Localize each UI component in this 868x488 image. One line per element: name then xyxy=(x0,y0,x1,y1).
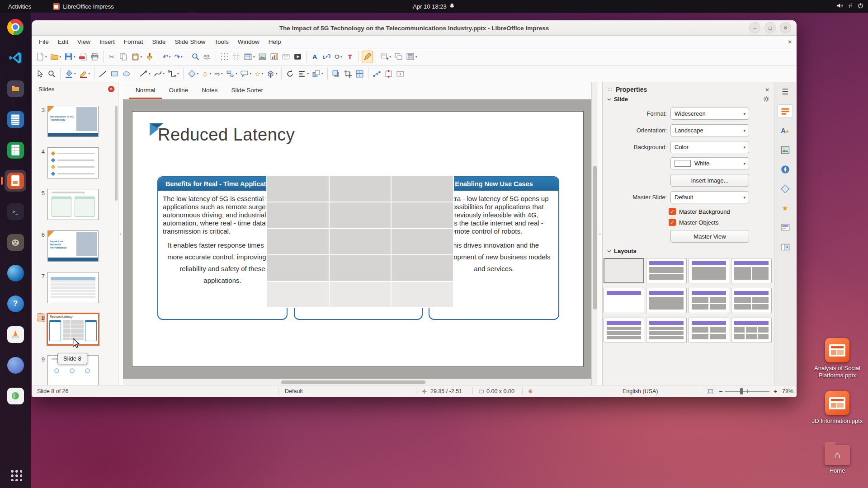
table-cell[interactable] xyxy=(330,255,391,281)
panel-splitter-left[interactable]: ‹ xyxy=(118,82,123,385)
export-pdf-icon[interactable] xyxy=(77,51,89,63)
slide-thumbnail-7[interactable]: 7 xyxy=(34,272,114,303)
slide-table[interactable] xyxy=(266,175,454,308)
dock-chrome-icon[interactable] xyxy=(5,16,26,38)
close-document-icon[interactable]: ✕ xyxy=(788,39,792,45)
vertical-scrollbar[interactable] xyxy=(591,82,598,385)
layout-six-content[interactable] xyxy=(731,318,772,343)
line-icon[interactable] xyxy=(97,67,108,80)
tab-normal[interactable]: Normal xyxy=(129,82,162,99)
table-cell[interactable] xyxy=(267,282,329,307)
helplines-icon[interactable] xyxy=(231,51,242,63)
dock-terminal-icon[interactable]: >_ xyxy=(5,201,26,222)
horizontal-scrollbar-thumb[interactable] xyxy=(281,380,425,384)
glue-points-icon[interactable] xyxy=(383,67,394,80)
select-icon[interactable] xyxy=(34,67,46,80)
layout-content-over-two-content[interactable] xyxy=(731,288,772,313)
display-grid-icon[interactable] xyxy=(219,51,230,63)
close-button[interactable]: ✕ xyxy=(780,22,791,33)
table-cell[interactable] xyxy=(267,202,329,228)
clone-formatting-icon[interactable] xyxy=(144,51,155,63)
spelling-icon[interactable]: AB xyxy=(202,51,213,63)
table-cell[interactable] xyxy=(392,202,453,228)
layout-title-two-content[interactable] xyxy=(731,258,772,283)
paste-icon[interactable]: ▾ xyxy=(130,51,144,63)
minimize-button[interactable]: – xyxy=(749,22,760,33)
menu-slide[interactable]: Slide xyxy=(148,37,170,47)
slide-thumbnail-5[interactable]: 5 xyxy=(34,189,114,220)
layout-four-content[interactable] xyxy=(689,318,729,343)
table-cell[interactable] xyxy=(330,176,391,202)
zoom-slider-thumb[interactable] xyxy=(740,388,743,394)
sidebar-tab-menu[interactable]: ☰ xyxy=(778,85,793,99)
table-cell[interactable] xyxy=(267,229,329,254)
dock-files-icon[interactable] xyxy=(5,78,26,99)
menu-help[interactable]: Help xyxy=(264,37,286,47)
new-icon[interactable]: ▾ xyxy=(34,51,48,63)
vertical-scrollbar-thumb[interactable] xyxy=(593,166,597,310)
sidebar-tab-animation[interactable]: ★ xyxy=(778,202,793,215)
dock-vlc-icon[interactable] xyxy=(5,324,26,345)
sidebar-tab-styles[interactable]: A★ xyxy=(778,124,793,137)
menu-view[interactable]: View xyxy=(73,37,95,47)
media-icon[interactable] xyxy=(292,51,303,63)
topbar-app-indicator[interactable]: LibreOffice Impress xyxy=(53,3,113,10)
zoom-icon[interactable] xyxy=(46,67,57,80)
redo-icon[interactable]: ↷▾ xyxy=(173,51,184,63)
block-arrows-icon[interactable]: ⇨▾ xyxy=(213,67,224,80)
crop-icon[interactable] xyxy=(342,67,354,80)
duplicate-slide-icon[interactable] xyxy=(393,51,404,63)
symbol-shapes-icon[interactable]: ☺▾ xyxy=(200,67,212,80)
hyperlink-icon[interactable] xyxy=(321,51,332,63)
layout-title-content[interactable] xyxy=(646,258,687,283)
insert-header-footer-icon[interactable]: T xyxy=(344,51,356,63)
fontwork-icon[interactable]: A xyxy=(309,51,321,63)
shadow-icon[interactable] xyxy=(330,67,342,80)
layouts-section-header[interactable]: Layouts xyxy=(607,248,637,254)
menu-format[interactable]: Format xyxy=(119,37,148,47)
system-status-area[interactable] xyxy=(836,3,863,10)
dock-writer-icon[interactable] xyxy=(5,108,26,130)
zoom-slider[interactable] xyxy=(725,391,769,392)
sidebar-tab-shapes[interactable] xyxy=(778,182,793,196)
copy-icon[interactable] xyxy=(118,51,129,63)
save-icon[interactable]: ▾ xyxy=(63,51,77,63)
table-cell[interactable] xyxy=(392,229,453,254)
layout-title-only[interactable] xyxy=(604,288,644,313)
document-modified-icon[interactable] xyxy=(528,389,533,394)
sidebar-tab-master-slides[interactable] xyxy=(778,221,793,235)
horizontal-scrollbar[interactable] xyxy=(123,379,591,385)
slide-thumbnail-4[interactable]: 4 xyxy=(34,147,114,178)
lines-arrows-icon[interactable]: ▾ xyxy=(138,67,152,80)
flowchart-icon[interactable]: ▾ xyxy=(225,67,239,80)
layout-two-content-over-content[interactable] xyxy=(689,288,729,313)
dock-app-green-icon[interactable] xyxy=(5,385,26,407)
menu-tools[interactable]: Tools xyxy=(210,37,233,47)
connectors-icon[interactable]: ▾ xyxy=(166,67,180,80)
tab-outline[interactable]: Outline xyxy=(163,82,195,99)
menu-window[interactable]: Window xyxy=(233,37,264,47)
textbox-icon[interactable] xyxy=(280,51,292,63)
menu-slide-show[interactable]: Slide Show xyxy=(170,37,210,47)
basic-shapes-icon[interactable]: ▾ xyxy=(186,67,200,80)
desktop-icon-jd-pptx[interactable]: JD Information.pptx xyxy=(809,391,865,425)
layout-centered-text[interactable] xyxy=(646,288,687,313)
orientation-dropdown[interactable]: Landscape xyxy=(670,124,749,136)
zoom-out-button[interactable]: − xyxy=(719,388,722,395)
line-color-icon[interactable]: ▾ xyxy=(78,67,92,80)
slide-settings-gear-icon[interactable] xyxy=(763,96,769,103)
dock-software-icon[interactable] xyxy=(5,354,26,376)
points-icon[interactable] xyxy=(371,67,382,80)
slide-canvas[interactable]: Reduced Latency Benefits for Real - Time… xyxy=(132,111,584,367)
menu-edit[interactable]: Edit xyxy=(53,37,73,47)
dock-impress-icon[interactable] xyxy=(5,170,26,192)
master-objects-checkbox[interactable]: ✓ xyxy=(669,219,676,226)
table-cell[interactable] xyxy=(330,202,391,228)
undo-icon[interactable]: ↶▾ xyxy=(161,51,172,63)
special-character-icon[interactable]: Ω▾ xyxy=(333,51,344,63)
dock-calc-icon[interactable] xyxy=(5,139,26,161)
slide-thumbnail-6[interactable]: 6Impact on Network Performance xyxy=(34,230,114,262)
desktop-icon-analysis-pptx[interactable]: Analysis of Social Platforms.pptx xyxy=(809,338,865,379)
sidebar-tab-slide-transition[interactable] xyxy=(778,240,793,254)
print-icon[interactable] xyxy=(89,51,100,63)
